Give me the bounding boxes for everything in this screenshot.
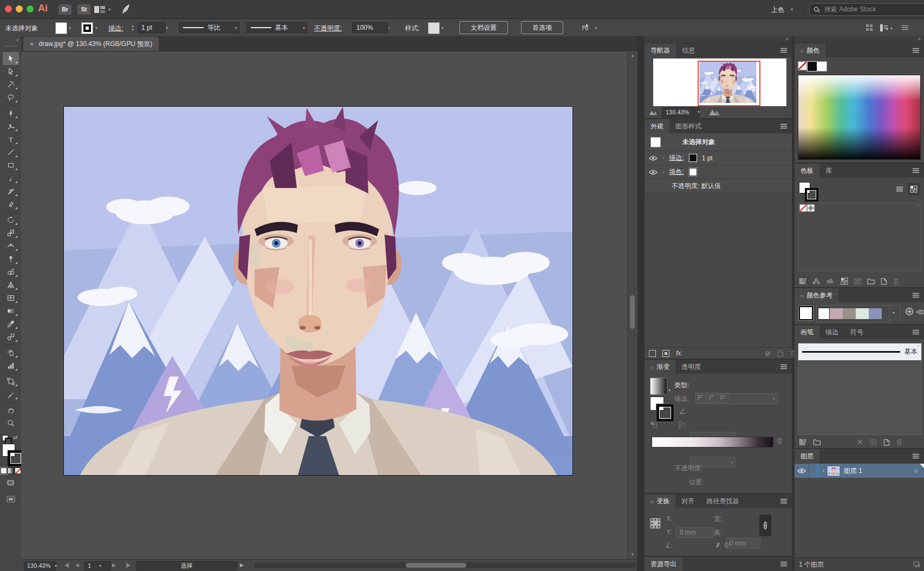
swatches-fill-stroke[interactable] <box>799 182 822 200</box>
panel-menu-icon[interactable] <box>780 561 788 567</box>
save-to-swatches-icon[interactable] <box>916 309 923 315</box>
document-setup-button[interactable]: 文档设置 <box>459 21 508 34</box>
lasso-tool[interactable] <box>3 91 19 104</box>
appearance-stroke-row[interactable]: › 描边: 1 pt <box>645 151 792 165</box>
symbol-sprayer-tool[interactable] <box>3 346 19 359</box>
shaper-tool[interactable] <box>3 185 19 198</box>
reverse-gradient-icon[interactable] <box>650 421 660 429</box>
brush-libraries-icon[interactable] <box>799 439 806 445</box>
tab-color[interactable]: 颜色 <box>795 43 825 57</box>
horizontal-scrollbar[interactable] <box>254 562 636 568</box>
gradient-button[interactable] <box>8 468 14 474</box>
direct-selection-tool[interactable] <box>3 65 19 78</box>
stroke-along-icon[interactable] <box>707 393 717 403</box>
harmony-swatch[interactable] <box>856 308 869 319</box>
layout-chevron-icon[interactable]: ▾ <box>108 7 110 12</box>
brush-definition-dropdown[interactable]: 基本 <box>246 22 307 33</box>
zoom-in-icon[interactable] <box>708 107 720 116</box>
stroke-weight-stepper[interactable]: ▴▾ <box>130 22 135 33</box>
new-color-group-icon[interactable] <box>867 278 875 284</box>
none-button[interactable] <box>15 468 21 474</box>
stroke-within-icon[interactable] <box>695 393 706 403</box>
tab-appearance[interactable]: 外观 <box>645 119 669 133</box>
layer-expand-icon[interactable]: › <box>823 468 824 473</box>
panel-dock-icon[interactable] <box>866 24 874 32</box>
width-tool[interactable] <box>3 239 19 252</box>
mesh-tool[interactable] <box>3 291 19 304</box>
screen-mode-button[interactable] <box>3 492 19 505</box>
hand-tool[interactable] <box>3 404 19 417</box>
panel-menu-icon[interactable] <box>912 329 920 335</box>
mini-fill-stroke[interactable]: ⇄ <box>0 434 21 443</box>
tab-navigator[interactable]: 导航器 <box>645 43 676 57</box>
swatch-kinds-icon[interactable] <box>841 277 848 285</box>
tab-color-guide[interactable]: 颜色参考 <box>795 288 838 302</box>
list-view-icon[interactable] <box>901 25 909 30</box>
artboard-tool[interactable] <box>3 375 19 388</box>
appearance-header-row[interactable]: 未选择对象 <box>645 133 792 151</box>
add-stroke-icon[interactable] <box>649 350 656 357</box>
first-artboard-icon[interactable]: ◀▏ <box>64 562 72 568</box>
minimize-window-button[interactable] <box>16 5 23 12</box>
delete-brush-icon[interactable] <box>896 439 902 446</box>
appearance-stroke-swatch[interactable] <box>689 154 697 162</box>
puppet-warp-tool[interactable] <box>3 252 19 265</box>
stroke-across-icon[interactable] <box>718 393 728 403</box>
selection-tool[interactable] <box>3 52 19 65</box>
add-fill-icon[interactable] <box>662 350 669 357</box>
grid-view-button[interactable] <box>908 183 920 195</box>
fill-chevron-icon[interactable]: ▾ <box>69 25 71 30</box>
layer-visibility-icon[interactable] <box>797 468 806 473</box>
opacity-expand-icon[interactable]: › <box>385 22 393 33</box>
cc-libraries-icon[interactable] <box>813 439 821 445</box>
expand-row-icon[interactable]: › <box>662 169 664 175</box>
workspace-switcher-icon[interactable] <box>880 24 888 32</box>
layer-name[interactable]: 图层 1 <box>844 466 862 476</box>
brush-options-icon[interactable] <box>870 439 877 445</box>
tab-info[interactable]: 信息 <box>676 43 701 57</box>
tab-transparency[interactable]: 透明度 <box>675 360 707 374</box>
drawing-mode-button[interactable] <box>3 476 19 489</box>
tab-pathfinder[interactable]: 路径查找器 <box>700 494 745 508</box>
prev-artboard-icon[interactable]: ◀ <box>75 562 79 568</box>
stroke-weight-value[interactable]: 1 pt <box>138 22 166 33</box>
color-button[interactable] <box>1 468 7 474</box>
curvature-tool[interactable] <box>3 120 19 133</box>
next-artboard-icon[interactable]: ▶ <box>112 562 116 568</box>
duplicate-item-icon[interactable] <box>777 350 784 357</box>
vertical-scroll-thumb[interactable] <box>630 295 635 329</box>
harmony-strip[interactable] <box>816 305 890 322</box>
column-graph-tool[interactable] <box>3 359 19 372</box>
type-tool[interactable]: T <box>3 133 19 146</box>
slice-tool[interactable] <box>3 388 19 401</box>
tab-libraries[interactable]: 库 <box>819 164 838 178</box>
layer-target-icon[interactable]: ○ <box>914 468 918 474</box>
zoom-chevron-icon[interactable]: ▾ <box>55 563 57 568</box>
edit-colors-wheel-icon[interactable] <box>905 307 914 316</box>
base-color-swatch[interactable] <box>799 306 813 320</box>
stroke-weight-chevron-icon[interactable]: ▾ <box>162 22 171 33</box>
panel-menu-icon[interactable] <box>912 453 920 459</box>
style-chevron-icon[interactable]: ▾ <box>441 25 444 30</box>
canvas-artwork[interactable] <box>63 106 573 476</box>
none-swatch-icon[interactable] <box>799 204 807 212</box>
rotate-tool[interactable] <box>3 213 19 226</box>
blend-tool[interactable] <box>3 330 19 343</box>
preferences-button[interactable]: 首选项 <box>521 21 563 34</box>
vertical-scrollbar[interactable]: ▲ ▼ <box>627 51 637 559</box>
delete-swatch-icon[interactable] <box>893 278 899 285</box>
toolbar-collapse-icon[interactable]: » <box>0 36 21 44</box>
tab-transform[interactable]: 变换 <box>645 494 675 508</box>
appearance-stroke-label[interactable]: 描边: <box>669 153 684 163</box>
cloud-sync-icon[interactable] <box>826 278 835 284</box>
visibility-eye-icon[interactable] <box>649 170 658 175</box>
stock-button[interactable]: St <box>77 4 90 15</box>
rectangle-tool[interactable] <box>3 159 19 172</box>
panel-menu-icon[interactable] <box>780 48 788 53</box>
tab-swatches[interactable]: 色板 <box>795 164 819 178</box>
style-swatch[interactable] <box>428 22 440 34</box>
tab-gradient[interactable]: 渐变 <box>645 360 675 374</box>
navigator-view-box[interactable] <box>698 61 760 106</box>
status-display[interactable]: 选择 <box>136 561 237 570</box>
well-scroll-icon[interactable]: ⌃ <box>916 345 920 349</box>
